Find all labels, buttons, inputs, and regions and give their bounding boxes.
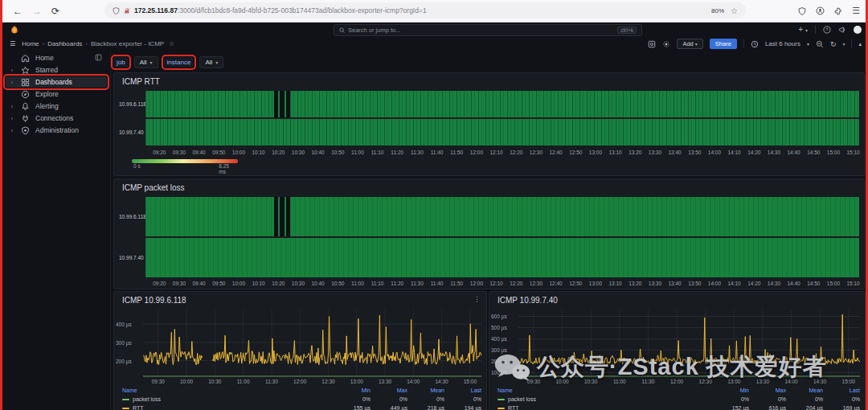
- sidebar-item-alerting[interactable]: ›Alerting: [6, 100, 107, 112]
- legend-series-name[interactable]: RTT: [122, 405, 334, 410]
- x-tick-label: 13:00: [350, 379, 363, 384]
- refresh-icon[interactable]: ↻: [830, 40, 837, 48]
- sidebar-item-administration[interactable]: ›Administration: [6, 125, 107, 136]
- watermark-text: 公众号·ZStack 技术爱好者: [537, 351, 827, 383]
- browser-menu-icon[interactable]: ☰: [852, 6, 860, 16]
- legend-header-name: Name: [122, 387, 334, 393]
- panel-icmp-packet-loss[interactable]: ICMP packet loss 10.99.6.11810.99.7.40 0…: [113, 178, 865, 289]
- time-range-picker[interactable]: Last 6 hours: [765, 40, 800, 47]
- x-tick-label: 10:50: [331, 281, 344, 286]
- add-button[interactable]: Add ▾: [677, 39, 702, 49]
- browser-extensions-icon[interactable]: [834, 7, 842, 15]
- sidebar-item-home[interactable]: Home: [6, 52, 107, 64]
- bookmark-star-icon[interactable]: ☆: [731, 6, 738, 15]
- grafana-logo-icon[interactable]: [10, 25, 19, 35]
- panel-icmp-rtt[interactable]: ICMP RTT 10.99.6.11810.99.7.40 09:2009:3…: [113, 72, 865, 176]
- browser-back-icon[interactable]: ←: [13, 6, 23, 17]
- x-tick-label: 12:20: [510, 281, 522, 286]
- legend-header[interactable]: Last: [823, 387, 860, 393]
- browser-forward-icon[interactable]: →: [32, 6, 42, 17]
- x-tick-label: 10:30: [292, 281, 305, 286]
- legend-series-name[interactable]: packet loss: [122, 396, 334, 402]
- chevron-right-icon[interactable]: ›: [9, 116, 15, 121]
- breadcrumb-home[interactable]: Home: [22, 40, 39, 47]
- x-tick-label: 12:30: [530, 281, 542, 286]
- zoom-out-time-icon[interactable]: [816, 40, 824, 48]
- browser-account-icon[interactable]: [816, 6, 825, 15]
- x-tick-label: 12:20: [510, 150, 522, 155]
- mega-menu-icon[interactable]: ☰: [10, 40, 15, 47]
- news-icon[interactable]: [838, 26, 846, 34]
- chevron-right-icon[interactable]: ›: [9, 68, 15, 73]
- shield-gear-icon: [21, 126, 30, 135]
- variable-select-instance[interactable]: All▾: [199, 56, 223, 68]
- status-bar-10.99.7.40[interactable]: [145, 119, 859, 146]
- status-row-label: 10.99.6.118: [119, 197, 145, 236]
- x-tick-label: 09:20: [153, 281, 166, 286]
- legend-value: 0%: [407, 396, 444, 402]
- shield-permissions-icon[interactable]: [113, 7, 120, 14]
- status-bar-10.99.6.118[interactable]: [145, 197, 859, 236]
- x-tick-label: 11:50: [450, 281, 463, 286]
- legend-header[interactable]: Min: [334, 387, 371, 393]
- chevron-right-icon[interactable]: ›: [9, 128, 15, 133]
- sidebar-item-label: Home: [35, 54, 54, 62]
- x-tick-label: 15:00: [827, 150, 840, 155]
- legend-header[interactable]: Mean: [786, 387, 823, 393]
- x-tick-label: 10:20: [272, 281, 285, 286]
- sidebar-item-explore[interactable]: Explore: [6, 88, 107, 100]
- help-icon[interactable]: ?: [823, 26, 831, 34]
- sidebar-item-dashboards[interactable]: ›Dashboards: [6, 76, 107, 88]
- x-tick-label: 10:00: [232, 281, 245, 286]
- sidebar-item-connections[interactable]: ›Connections: [6, 113, 107, 124]
- status-bar-10.99.6.118[interactable]: [145, 91, 859, 117]
- dock-sidebar-icon[interactable]: [95, 54, 102, 63]
- x-tick-label: 14:00: [708, 281, 721, 286]
- legend-series-name[interactable]: RTT: [497, 405, 712, 410]
- favorite-star-icon[interactable]: ☆: [169, 40, 174, 47]
- new-menu-button[interactable]: + ▾: [798, 25, 808, 34]
- x-tick-label: 10:30: [208, 379, 221, 384]
- panel-menu-icon[interactable]: ⋮: [473, 295, 481, 303]
- panel-icmp-10-99-7-40[interactable]: ICMP 10.99.7.40 600 µs500 µs400 µs300 µs…: [489, 291, 866, 410]
- panel-icmp-10-99-6-118[interactable]: ICMP 10.99.6.118 ⋮ 400 µs300 µs200 µs 09…: [113, 291, 487, 410]
- breadcrumb: Home›Dashboards›Blackbox exporter - ICMP: [22, 40, 164, 47]
- sidebar-item-starred[interactable]: ›Starred: [6, 64, 107, 76]
- browser-shield-icon[interactable]: [798, 7, 806, 15]
- x-tick-label: 10:20: [272, 150, 285, 155]
- x-tick-label: 15:10: [846, 281, 859, 286]
- wechat-icon: [493, 352, 530, 383]
- time-range-caret-icon[interactable]: ▾: [807, 41, 809, 47]
- browser-refresh-icon[interactable]: ⟳: [51, 6, 59, 17]
- insecure-lock-icon[interactable]: [124, 7, 130, 14]
- address-bar[interactable]: 172.25.116.87:3000/d/fcb1bdc8-fa9d-4bfd-…: [104, 2, 746, 18]
- y-tick-label: 200 µs: [116, 358, 141, 363]
- chevron-right-icon[interactable]: ›: [9, 104, 15, 109]
- user-avatar[interactable]: [854, 26, 862, 34]
- save-dashboard-icon[interactable]: [648, 40, 656, 48]
- x-tick-label: 14:10: [727, 281, 740, 286]
- legend-header[interactable]: Mean: [407, 387, 444, 393]
- status-bar-10.99.7.40[interactable]: [145, 238, 859, 277]
- variable-label-job: job: [113, 57, 129, 68]
- collapse-toolbar-icon[interactable]: ▴: [858, 41, 862, 47]
- browser-zoom-level[interactable]: 80%: [711, 7, 724, 14]
- legend-header[interactable]: Max: [749, 387, 786, 393]
- x-tick-label: 12:30: [530, 150, 542, 155]
- search-input[interactable]: Search or jump to... ctrl+k: [334, 24, 642, 36]
- share-button[interactable]: Share: [710, 39, 737, 49]
- variable-select-job[interactable]: All▾: [134, 56, 158, 68]
- legend-series-name[interactable]: packet loss: [497, 396, 712, 402]
- legend-header[interactable]: Min: [712, 387, 749, 393]
- legend-header[interactable]: Last: [444, 387, 481, 393]
- url-host: 172.25.116.87: [134, 6, 178, 14]
- breadcrumb-dashboards[interactable]: Dashboards: [47, 40, 82, 47]
- dashboard-settings-gear-icon[interactable]: [662, 40, 670, 48]
- x-tick-label: 09:50: [212, 150, 225, 155]
- status-history-rows: 10.99.6.11810.99.7.40: [119, 197, 859, 279]
- legend-header[interactable]: Max: [371, 387, 407, 393]
- x-tick-label: 10:10: [252, 281, 264, 286]
- chevron-right-icon[interactable]: ›: [9, 80, 15, 85]
- refresh-interval-caret-icon[interactable]: ▾: [842, 41, 845, 47]
- timeseries-plot: [143, 310, 481, 377]
